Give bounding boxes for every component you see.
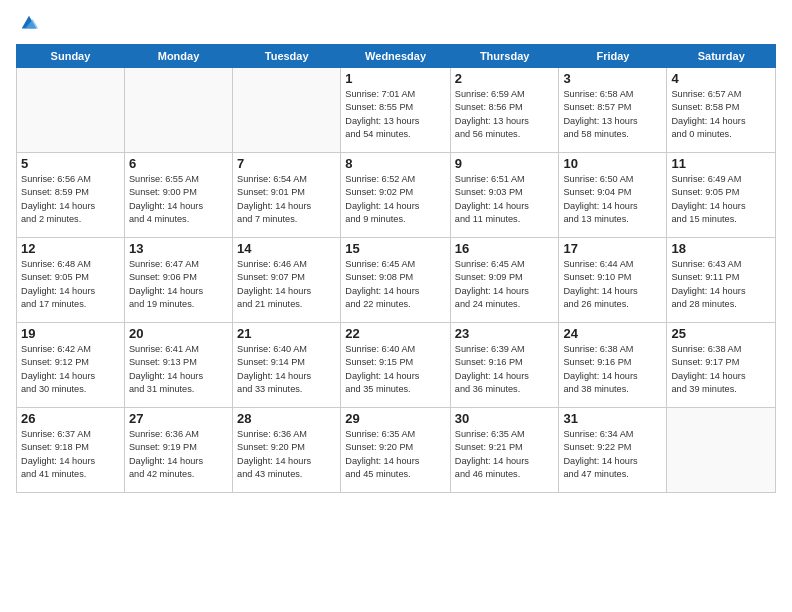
day-number: 17 [563,241,662,256]
day-info: Sunrise: 6:50 AM Sunset: 9:04 PM Dayligh… [563,173,662,226]
table-row [124,68,232,153]
day-info: Sunrise: 6:39 AM Sunset: 9:16 PM Dayligh… [455,343,555,396]
day-number: 23 [455,326,555,341]
logo [16,12,40,34]
table-row: 23Sunrise: 6:39 AM Sunset: 9:16 PM Dayli… [450,323,559,408]
table-row: 19Sunrise: 6:42 AM Sunset: 9:12 PM Dayli… [17,323,125,408]
day-info: Sunrise: 6:40 AM Sunset: 9:15 PM Dayligh… [345,343,446,396]
day-info: Sunrise: 6:38 AM Sunset: 9:16 PM Dayligh… [563,343,662,396]
day-info: Sunrise: 6:38 AM Sunset: 9:17 PM Dayligh… [671,343,771,396]
day-info: Sunrise: 6:41 AM Sunset: 9:13 PM Dayligh… [129,343,228,396]
calendar-week-row: 1Sunrise: 7:01 AM Sunset: 8:55 PM Daylig… [17,68,776,153]
col-sunday: Sunday [17,45,125,68]
day-number: 6 [129,156,228,171]
day-number: 5 [21,156,120,171]
table-row: 11Sunrise: 6:49 AM Sunset: 9:05 PM Dayli… [667,153,776,238]
day-number: 16 [455,241,555,256]
table-row: 4Sunrise: 6:57 AM Sunset: 8:58 PM Daylig… [667,68,776,153]
page: Sunday Monday Tuesday Wednesday Thursday… [0,0,792,612]
table-row: 15Sunrise: 6:45 AM Sunset: 9:08 PM Dayli… [341,238,451,323]
day-info: Sunrise: 6:36 AM Sunset: 9:20 PM Dayligh… [237,428,336,481]
day-info: Sunrise: 6:52 AM Sunset: 9:02 PM Dayligh… [345,173,446,226]
table-row: 3Sunrise: 6:58 AM Sunset: 8:57 PM Daylig… [559,68,667,153]
header [16,12,776,34]
day-number: 21 [237,326,336,341]
day-info: Sunrise: 6:40 AM Sunset: 9:14 PM Dayligh… [237,343,336,396]
day-number: 25 [671,326,771,341]
table-row: 6Sunrise: 6:55 AM Sunset: 9:00 PM Daylig… [124,153,232,238]
day-number: 8 [345,156,446,171]
table-row: 29Sunrise: 6:35 AM Sunset: 9:20 PM Dayli… [341,408,451,493]
day-number: 12 [21,241,120,256]
day-info: Sunrise: 6:42 AM Sunset: 9:12 PM Dayligh… [21,343,120,396]
day-number: 3 [563,71,662,86]
table-row: 16Sunrise: 6:45 AM Sunset: 9:09 PM Dayli… [450,238,559,323]
day-info: Sunrise: 6:45 AM Sunset: 9:08 PM Dayligh… [345,258,446,311]
day-number: 18 [671,241,771,256]
day-info: Sunrise: 6:56 AM Sunset: 8:59 PM Dayligh… [21,173,120,226]
day-info: Sunrise: 6:51 AM Sunset: 9:03 PM Dayligh… [455,173,555,226]
day-info: Sunrise: 6:44 AM Sunset: 9:10 PM Dayligh… [563,258,662,311]
day-number: 7 [237,156,336,171]
day-number: 9 [455,156,555,171]
day-number: 24 [563,326,662,341]
calendar-table: Sunday Monday Tuesday Wednesday Thursday… [16,44,776,493]
table-row: 26Sunrise: 6:37 AM Sunset: 9:18 PM Dayli… [17,408,125,493]
calendar-week-row: 5Sunrise: 6:56 AM Sunset: 8:59 PM Daylig… [17,153,776,238]
table-row: 22Sunrise: 6:40 AM Sunset: 9:15 PM Dayli… [341,323,451,408]
day-number: 11 [671,156,771,171]
table-row: 24Sunrise: 6:38 AM Sunset: 9:16 PM Dayli… [559,323,667,408]
day-number: 22 [345,326,446,341]
table-row: 13Sunrise: 6:47 AM Sunset: 9:06 PM Dayli… [124,238,232,323]
calendar-header-row: Sunday Monday Tuesday Wednesday Thursday… [17,45,776,68]
day-info: Sunrise: 6:47 AM Sunset: 9:06 PM Dayligh… [129,258,228,311]
day-info: Sunrise: 6:46 AM Sunset: 9:07 PM Dayligh… [237,258,336,311]
table-row: 30Sunrise: 6:35 AM Sunset: 9:21 PM Dayli… [450,408,559,493]
day-number: 28 [237,411,336,426]
day-info: Sunrise: 6:37 AM Sunset: 9:18 PM Dayligh… [21,428,120,481]
day-number: 2 [455,71,555,86]
day-info: Sunrise: 6:35 AM Sunset: 9:20 PM Dayligh… [345,428,446,481]
day-info: Sunrise: 6:59 AM Sunset: 8:56 PM Dayligh… [455,88,555,141]
table-row: 1Sunrise: 7:01 AM Sunset: 8:55 PM Daylig… [341,68,451,153]
table-row: 8Sunrise: 6:52 AM Sunset: 9:02 PM Daylig… [341,153,451,238]
col-thursday: Thursday [450,45,559,68]
table-row: 18Sunrise: 6:43 AM Sunset: 9:11 PM Dayli… [667,238,776,323]
table-row: 9Sunrise: 6:51 AM Sunset: 9:03 PM Daylig… [450,153,559,238]
table-row: 2Sunrise: 6:59 AM Sunset: 8:56 PM Daylig… [450,68,559,153]
day-number: 30 [455,411,555,426]
table-row: 27Sunrise: 6:36 AM Sunset: 9:19 PM Dayli… [124,408,232,493]
col-tuesday: Tuesday [233,45,341,68]
day-number: 1 [345,71,446,86]
table-row: 12Sunrise: 6:48 AM Sunset: 9:05 PM Dayli… [17,238,125,323]
table-row: 5Sunrise: 6:56 AM Sunset: 8:59 PM Daylig… [17,153,125,238]
day-number: 14 [237,241,336,256]
table-row: 20Sunrise: 6:41 AM Sunset: 9:13 PM Dayli… [124,323,232,408]
day-info: Sunrise: 6:54 AM Sunset: 9:01 PM Dayligh… [237,173,336,226]
table-row: 28Sunrise: 6:36 AM Sunset: 9:20 PM Dayli… [233,408,341,493]
calendar-week-row: 26Sunrise: 6:37 AM Sunset: 9:18 PM Dayli… [17,408,776,493]
table-row: 21Sunrise: 6:40 AM Sunset: 9:14 PM Dayli… [233,323,341,408]
day-info: Sunrise: 6:57 AM Sunset: 8:58 PM Dayligh… [671,88,771,141]
day-info: Sunrise: 6:34 AM Sunset: 9:22 PM Dayligh… [563,428,662,481]
day-number: 31 [563,411,662,426]
col-friday: Friday [559,45,667,68]
col-wednesday: Wednesday [341,45,451,68]
table-row: 10Sunrise: 6:50 AM Sunset: 9:04 PM Dayli… [559,153,667,238]
col-monday: Monday [124,45,232,68]
day-number: 4 [671,71,771,86]
day-number: 26 [21,411,120,426]
table-row [667,408,776,493]
day-info: Sunrise: 6:43 AM Sunset: 9:11 PM Dayligh… [671,258,771,311]
table-row [233,68,341,153]
day-info: Sunrise: 7:01 AM Sunset: 8:55 PM Dayligh… [345,88,446,141]
calendar-week-row: 12Sunrise: 6:48 AM Sunset: 9:05 PM Dayli… [17,238,776,323]
table-row: 14Sunrise: 6:46 AM Sunset: 9:07 PM Dayli… [233,238,341,323]
day-number: 13 [129,241,228,256]
day-number: 29 [345,411,446,426]
day-number: 19 [21,326,120,341]
day-info: Sunrise: 6:36 AM Sunset: 9:19 PM Dayligh… [129,428,228,481]
table-row: 7Sunrise: 6:54 AM Sunset: 9:01 PM Daylig… [233,153,341,238]
day-number: 20 [129,326,228,341]
day-info: Sunrise: 6:45 AM Sunset: 9:09 PM Dayligh… [455,258,555,311]
